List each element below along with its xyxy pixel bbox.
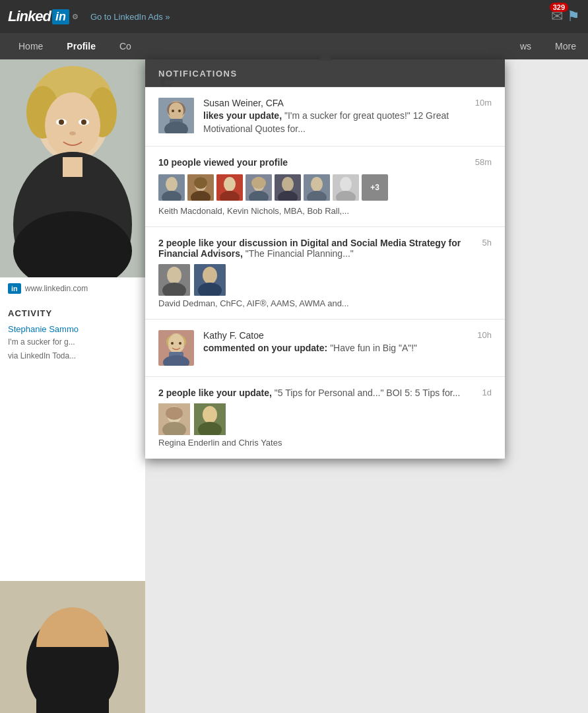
svg-point-28	[166, 177, 178, 191]
mail-notification-wrap[interactable]: ✉ 329	[551, 8, 563, 25]
disc-av-1	[158, 264, 190, 296]
notif-quote-4: "Have fun in Big "A"!"	[330, 343, 417, 353]
svg-point-12	[81, 119, 86, 125]
svg-rect-8	[63, 157, 82, 177]
disc-names: David Dedman, ChFC, AIF®, AAMS, AWMA and…	[158, 298, 492, 308]
notif-name-1: Susan Weiner, CFA	[203, 98, 284, 108]
svg-point-13	[69, 131, 76, 135]
svg-rect-18	[36, 647, 109, 713]
nav-profile[interactable]: Profile	[55, 33, 108, 59]
svg-point-26	[178, 110, 181, 112]
linkedin-logo[interactable]: Linked in ⚙	[8, 8, 79, 25]
activity-via: via LinkedIn Toda...	[8, 351, 137, 362]
avatar-kathy-catoe	[158, 330, 194, 366]
svg-point-48	[340, 177, 352, 191]
notification-item-1[interactable]: Susan Weiner, CFA 10m likes your update,…	[145, 87, 505, 147]
ads-link[interactable]: Go to LinkedIn Ads »	[90, 12, 170, 22]
notification-item-2[interactable]: 10 people viewed your profile 58m	[145, 147, 505, 227]
profile-photo	[0, 59, 145, 277]
notifications-dropdown: NOTIFICATIONS Susan Weiner,	[145, 59, 505, 459]
viewer-av-6	[304, 174, 330, 201]
bottom-person-photo	[0, 581, 145, 713]
notification-body-4: Kathy F. Catoe 10h commented on your upd…	[203, 330, 492, 366]
svg-point-63	[179, 342, 181, 345]
update-av-2	[194, 403, 226, 435]
notif-update-header: 2 people like your update, "5 Tips for P…	[158, 388, 492, 398]
viewer-av-5	[275, 174, 301, 201]
top-nav: Linked in ⚙ Go to LinkedIn Ads » ✉ 329 ⚑	[0, 0, 588, 33]
gear-icon: ⚙	[72, 13, 79, 21]
li-icon: in	[8, 283, 21, 294]
svg-point-35	[224, 177, 236, 191]
logo-in-box: in	[52, 9, 69, 24]
activity-text: I'm a sucker for g...	[8, 337, 137, 348]
notif-name-4: Kathy F. Catoe	[203, 330, 264, 341]
notif-text-1: likes your update, "I'm a sucker for gre…	[203, 110, 492, 135]
svg-point-11	[59, 119, 64, 125]
viewer-av-7	[333, 174, 359, 201]
notifications-list: Susan Weiner, CFA 10m likes your update,…	[145, 87, 505, 459]
left-column: in www.linkedin.com ACTIVITY Stephanie S…	[0, 59, 145, 713]
discussion-avatars	[158, 264, 492, 296]
viewer-av-4	[245, 174, 272, 201]
activity-title: ACTIVITY	[8, 308, 137, 318]
dropdown-arrow	[317, 53, 333, 61]
notification-content-1: Susan Weiner, CFA	[203, 98, 284, 108]
notification-body-1: Susan Weiner, CFA 10m likes your update,…	[203, 98, 492, 135]
notification-top-1: Susan Weiner, CFA 10m	[203, 98, 492, 108]
viewer-plus-badge: +3	[362, 174, 388, 201]
notifications-header: NOTIFICATIONS	[145, 59, 505, 87]
flag-icon[interactable]: ⚑	[567, 8, 580, 25]
viewer-av-2	[187, 174, 214, 201]
viewer-av-1	[158, 174, 185, 201]
viewer-av-3	[216, 174, 243, 201]
nav-connections[interactable]: Co	[108, 33, 143, 59]
notification-top-4: Kathy F. Catoe 10h	[203, 330, 492, 341]
svg-point-25	[172, 110, 174, 112]
svg-point-5	[45, 92, 100, 158]
avatar-susan-weiner	[158, 98, 194, 133]
notification-item-3[interactable]: 2 people like your discussion in Digital…	[145, 227, 505, 320]
nav-more[interactable]: More	[543, 33, 588, 59]
nav-icons: ✉ 329 ⚑	[551, 8, 580, 25]
nav-home[interactable]: Home	[7, 33, 55, 59]
svg-point-42	[282, 177, 294, 191]
notif-time-3: 5h	[482, 238, 492, 259]
update-avatars	[158, 403, 492, 435]
notif-update-quote: "5 Tips for Personal and..." BOI 5: 5 Ti…	[275, 388, 461, 398]
notification-item-4[interactable]: Kathy F. Catoe 10h commented on your upd…	[145, 320, 505, 377]
nav-ws[interactable]: ws	[508, 33, 543, 59]
activity-person-link[interactable]: Stephanie Sammo	[8, 324, 79, 334]
update-names: Regina Enderlin and Chris Yates	[158, 438, 492, 448]
mail-badge: 329	[550, 3, 568, 12]
svg-point-62	[171, 342, 174, 345]
update-av-1	[158, 403, 190, 435]
svg-point-54	[203, 267, 217, 284]
nav-right: ws More	[508, 33, 588, 59]
svg-point-51	[167, 267, 181, 284]
svg-point-32	[194, 177, 207, 189]
notif-text-4: commented on your update: "Have fun in B…	[203, 342, 492, 355]
viewer-names: Keith Macdonald, Kevin Nichols, MBA, Bob…	[158, 206, 492, 216]
svg-point-69	[203, 406, 217, 423]
notif-disc-header: 2 people like your discussion in Digital…	[158, 238, 492, 259]
notif-views-count: 10 people viewed your profile	[158, 157, 288, 168]
svg-point-39	[251, 177, 266, 189]
notif-views-header: 10 people viewed your profile 58m	[158, 157, 492, 168]
logo-text: Linked	[8, 8, 51, 25]
viewer-avatars: +3	[158, 174, 492, 201]
notif-disc-quote: "The Financial Planning..."	[245, 248, 354, 259]
notif-update-count: 2 people like your update,	[158, 388, 272, 398]
svg-point-45	[311, 177, 323, 191]
linkedin-url-area: in www.linkedin.com	[0, 277, 145, 299]
notif-update-content: 2 people like your update, "5 Tips for P…	[158, 388, 476, 398]
svg-point-22	[169, 102, 183, 119]
notif-disc-content: 2 people like your discussion in Digital…	[158, 238, 476, 259]
svg-point-66	[166, 407, 183, 420]
notification-item-5[interactable]: 2 people like your update, "5 Tips for P…	[145, 377, 505, 459]
notif-action-1: likes your update,	[203, 110, 282, 121]
notif-time-2: 58m	[475, 157, 492, 168]
notif-time-1: 10m	[475, 98, 492, 108]
linkedin-url: www.linkedin.com	[25, 284, 88, 293]
activity-section: ACTIVITY Stephanie Sammo I'm a sucker fo…	[0, 300, 145, 370]
